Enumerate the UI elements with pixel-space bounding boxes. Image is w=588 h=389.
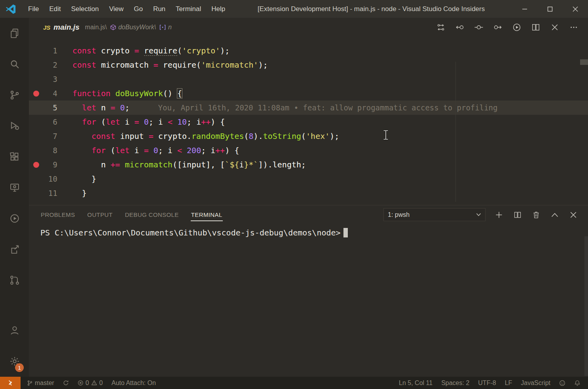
menu-help[interactable]: Help: [206, 0, 230, 18]
breakpoint-gutter[interactable]: [29, 143, 44, 157]
notifications-bell-icon[interactable]: [570, 377, 585, 389]
close-editor-icon[interactable]: [545, 18, 564, 37]
status-bar: master 0 0 Auto Attach: On Ln 5, Col 11 …: [0, 377, 588, 389]
eol-status[interactable]: LF: [501, 377, 517, 389]
breakpoint-dot[interactable]: [33, 91, 39, 97]
explorer-icon[interactable]: [0, 18, 29, 49]
record-profile-icon[interactable]: [507, 18, 526, 37]
code-text[interactable]: n += micromatch([input], [`${i}*`]).leng…: [57, 157, 306, 172]
code-line[interactable]: 10 }: [29, 172, 588, 186]
tab-terminal[interactable]: TERMINAL: [191, 208, 223, 221]
auto-attach-status[interactable]: Auto Attach: On: [107, 377, 160, 389]
code-text[interactable]: function doBusyWork() {: [57, 86, 182, 101]
breakpoint-gutter[interactable]: [29, 186, 44, 200]
menu-run[interactable]: Run: [148, 0, 171, 18]
code-text[interactable]: }: [57, 186, 87, 200]
breakpoint-gutter[interactable]: [29, 129, 44, 143]
code-line[interactable]: 3: [29, 72, 588, 86]
code-line[interactable]: 4function doBusyWork() {: [29, 86, 588, 101]
maximize-button[interactable]: [537, 0, 563, 18]
extensions-icon[interactable]: [0, 141, 29, 172]
kill-terminal-icon[interactable]: [527, 206, 545, 224]
maximize-panel-icon[interactable]: [545, 206, 564, 224]
github-pr-icon[interactable]: [0, 265, 29, 296]
more-actions-icon[interactable]: [564, 18, 583, 37]
code-line[interactable]: 1const crypto = require('crypto');: [29, 44, 588, 58]
code-line[interactable]: 8 for (let i = 0; i < 200; i++) {: [29, 143, 588, 157]
feedback-smiley-icon[interactable]: [555, 377, 570, 389]
settings-gear-icon[interactable]: 1: [0, 346, 29, 377]
compare-changes-icon[interactable]: [431, 18, 450, 37]
code-line[interactable]: 2const micromatch = require('micromatch'…: [29, 58, 588, 72]
breakpoint-gutter[interactable]: [29, 44, 44, 58]
overview-ruler-decoration: [580, 59, 588, 65]
menu-view[interactable]: View: [104, 0, 129, 18]
language-mode-status[interactable]: JavaScript: [516, 377, 555, 389]
cursor-position-status[interactable]: Ln 5, Col 11: [395, 377, 437, 389]
code-line[interactable]: 9 n += micromatch([input], [`${i}*`]).le…: [29, 157, 588, 172]
live-share-icon[interactable]: [0, 234, 29, 265]
status-bar-left: master 0 0 Auto Attach: On: [23, 377, 160, 389]
split-editor-icon[interactable]: [526, 18, 545, 37]
remote-indicator[interactable]: [0, 377, 21, 389]
tab-output[interactable]: OUTPUT: [87, 208, 113, 221]
editor-tab-main-js[interactable]: main.js: [53, 23, 79, 32]
git-branch-status[interactable]: master: [23, 377, 59, 389]
code-line[interactable]: 11 }: [29, 186, 588, 200]
tab-problems[interactable]: PROBLEMS: [40, 208, 76, 221]
breadcrumb-file[interactable]: main.js\: [85, 24, 107, 31]
code-line[interactable]: 5 let n = 0;You, April 16th, 2020 11:08a…: [29, 101, 588, 115]
run-profile-icon[interactable]: [0, 203, 29, 234]
breakpoint-gutter[interactable]: [29, 101, 44, 115]
breakpoint-gutter[interactable]: [29, 58, 44, 72]
search-icon[interactable]: [0, 49, 29, 80]
breakpoint-gutter[interactable]: [29, 157, 44, 172]
terminal[interactable]: PS C:\Users\Connor\Documents\Github\vsco…: [29, 224, 588, 237]
run-debug-icon[interactable]: [0, 110, 29, 141]
code-editor[interactable]: 1const crypto = require('crypto');2const…: [29, 44, 588, 205]
account-icon[interactable]: [0, 315, 29, 346]
terminal-instance-select[interactable]: 1: pwsh: [383, 208, 486, 221]
split-terminal-icon[interactable]: [508, 206, 527, 224]
menu-file[interactable]: File: [23, 0, 44, 18]
breakpoint-gutter[interactable]: [29, 172, 44, 186]
breakpoint-gutter[interactable]: [29, 72, 44, 86]
code-text[interactable]: for (let i = 0; i < 200; i++) {: [57, 143, 239, 157]
code-line[interactable]: 6 for (let i = 0; i < 10; i++) {: [29, 115, 588, 129]
breakpoint-dot[interactable]: [33, 162, 39, 168]
code-text[interactable]: const input = crypto.randomBytes(8).toSt…: [57, 129, 339, 143]
code-line[interactable]: 7 const input = crypto.randomBytes(8).to…: [29, 129, 588, 143]
terminal-scrollbar[interactable]: [584, 236, 588, 376]
breakpoint-gutter[interactable]: [29, 115, 44, 129]
close-panel-icon[interactable]: [564, 206, 582, 224]
line-number: 6: [44, 115, 57, 129]
sync-status[interactable]: [59, 377, 73, 389]
debug-continue-icon[interactable]: [488, 18, 507, 37]
menu-go[interactable]: Go: [129, 0, 148, 18]
source-control-icon[interactable]: [0, 80, 29, 110]
auto-attach-label: Auto Attach: On: [112, 380, 156, 387]
minimize-button[interactable]: [512, 0, 537, 18]
menu-selection[interactable]: Selection: [66, 0, 104, 18]
menu-terminal[interactable]: Terminal: [171, 0, 206, 18]
close-window-button[interactable]: [563, 0, 588, 18]
code-text[interactable]: [57, 72, 72, 86]
menu-edit[interactable]: Edit: [44, 0, 66, 18]
encoding-status[interactable]: UTF-8: [474, 377, 500, 389]
code-text[interactable]: }: [57, 172, 96, 186]
remote-explorer-icon[interactable]: [0, 172, 29, 203]
debug-reverse-continue-icon[interactable]: [450, 18, 469, 37]
breakpoint-gutter[interactable]: [29, 86, 44, 101]
code-text[interactable]: const crypto = require('crypto');: [57, 44, 230, 58]
problems-status[interactable]: 0 0: [73, 377, 107, 389]
new-terminal-icon[interactable]: [489, 206, 508, 224]
breadcrumb-symbol-variable[interactable]: n: [168, 24, 172, 31]
indentation-status[interactable]: Spaces: 2: [437, 377, 474, 389]
settings-badge: 1: [15, 363, 24, 372]
commit-icon[interactable]: [469, 18, 488, 37]
code-text[interactable]: for (let i = 0; i < 10; i++) {: [57, 115, 225, 129]
breadcrumb-symbol-function[interactable]: doBusyWork\: [118, 24, 156, 31]
code-text[interactable]: let n = 0;You, April 16th, 2020 11:08am …: [57, 101, 497, 115]
code-text[interactable]: const micromatch = require('micromatch')…: [57, 58, 268, 72]
tab-debug-console[interactable]: DEBUG CONSOLE: [125, 208, 179, 221]
